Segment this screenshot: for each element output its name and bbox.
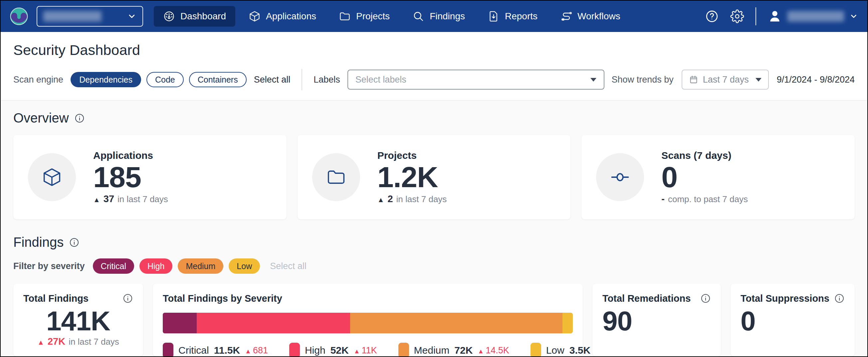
cube-icon — [41, 167, 62, 187]
applications-card: Applications 185 ▲ 37 in last 7 days — [13, 135, 286, 219]
severity-bar-segment-high — [197, 313, 350, 333]
info-icon[interactable] — [74, 113, 85, 124]
gauge-icon — [163, 10, 175, 22]
info-icon[interactable] — [834, 293, 845, 304]
trend-up-icon: ▲ — [37, 338, 44, 346]
card-head: Total Suppressions — [741, 293, 845, 304]
chevron-down-icon — [849, 12, 858, 21]
top-navbar: Dashboard Applications Projects Find — [1, 1, 867, 32]
filter-row: Scan engine Dependencies Code Containers… — [13, 69, 855, 90]
nav-item-projects[interactable]: Projects — [330, 6, 399, 27]
card-title: Total Suppressions — [741, 293, 829, 304]
card-value: 0 — [741, 307, 845, 335]
legend-delta: ▲681 — [245, 345, 268, 356]
info-icon[interactable] — [69, 237, 80, 248]
report-icon — [488, 10, 500, 22]
cube-icon — [249, 10, 260, 22]
severity-filter-row: Filter by severity Critical High Medium … — [13, 259, 855, 274]
card-delta: - comp. to past 7 days — [661, 194, 748, 205]
help-icon — [705, 9, 719, 23]
nav-item-applications[interactable]: Applications — [239, 6, 326, 27]
nav-label: Projects — [356, 11, 390, 22]
chip-high[interactable]: High — [140, 259, 173, 274]
chip-code[interactable]: Code — [147, 72, 184, 87]
labels-label: Labels — [313, 75, 340, 85]
username-redacted — [787, 11, 844, 22]
trend-up-icon: ▲ — [377, 196, 384, 204]
filter-by-severity-label: Filter by severity — [13, 261, 85, 271]
caret-down-icon — [590, 78, 596, 82]
settings-button[interactable] — [730, 9, 744, 23]
total-findings-card: Total Findings 141K ▲ 27K in last 7 days — [13, 284, 143, 356]
severity-select-all[interactable]: Select all — [270, 261, 307, 271]
chip-dependencies[interactable]: Dependencies — [70, 72, 141, 87]
severity-bar-segment-medium — [350, 313, 562, 333]
legend-swatch — [530, 343, 541, 357]
page-header: Security Dashboard Scan engine Dependenc… — [1, 32, 867, 100]
nav-item-reports[interactable]: Reports — [478, 6, 547, 27]
user-menu[interactable] — [768, 9, 858, 24]
card-delta: ▲ 2 in last 7 days — [377, 194, 447, 205]
help-button[interactable] — [705, 9, 719, 23]
nav-item-workflows[interactable]: Workflows — [551, 6, 630, 27]
overview-cards: Applications 185 ▲ 37 in last 7 days — [13, 135, 855, 219]
card-head: Total Findings by Severity — [163, 293, 573, 304]
user-icon — [768, 9, 782, 24]
date-range-dropdown[interactable]: Last 7 days — [682, 69, 769, 90]
card-value: 185 — [93, 161, 168, 193]
scan-icon — [610, 167, 630, 187]
caret-down-icon — [755, 78, 762, 82]
card-head: Total Findings — [23, 293, 133, 304]
scans-stats: Scans (7 days) 0 - comp. to past 7 days — [661, 150, 748, 205]
navbar-right — [705, 7, 858, 25]
legend-item-high: High 52K ▲11K — [289, 343, 377, 357]
card-label: Scans (7 days) — [661, 150, 748, 161]
chip-critical[interactable]: Critical — [93, 259, 134, 274]
labels-placeholder: Select labels — [355, 75, 406, 85]
trend-up-icon: ▲ — [354, 348, 360, 355]
total-findings-stats: 141K ▲ 27K in last 7 days — [23, 307, 133, 347]
chip-low[interactable]: Low — [229, 259, 260, 274]
nav-item-findings[interactable]: Findings — [403, 6, 474, 27]
org-name-redacted — [43, 11, 101, 22]
projects-icon-circle — [312, 153, 360, 201]
card-head: Total Remediations — [602, 293, 711, 304]
navbar-divider — [755, 7, 756, 25]
chip-containers[interactable]: Containers — [189, 72, 247, 87]
info-icon[interactable] — [700, 293, 711, 304]
projects-stats: Projects 1.2K ▲ 2 in last 7 days — [377, 150, 447, 205]
overview-title: Overview — [13, 111, 69, 125]
severity-bar-segment-critical — [163, 313, 197, 333]
workflow-icon — [560, 10, 572, 22]
applications-icon-circle — [28, 153, 76, 201]
search-icon — [412, 10, 424, 22]
nav-label: Applications — [266, 11, 316, 22]
card-value: 90 — [602, 307, 711, 335]
nav-label: Dashboard — [180, 11, 226, 22]
findings-title: Findings — [13, 235, 64, 250]
card-label: Projects — [377, 150, 447, 161]
show-trends-by-label: Show trends by — [612, 75, 674, 85]
security-dashboard-screen: Dashboard Applications Projects Find — [0, 0, 868, 357]
nav-label: Findings — [430, 11, 465, 22]
chip-medium[interactable]: Medium — [178, 259, 223, 274]
folder-icon — [326, 167, 346, 187]
card-title: Total Findings by Severity — [163, 293, 282, 304]
org-selector-dropdown[interactable] — [37, 6, 143, 27]
findings-section-head: Findings — [13, 235, 855, 250]
findings-cards: Total Findings 141K ▲ 27K in last 7 days… — [13, 284, 855, 356]
legend-item-medium: Medium 72K ▲14.5K — [398, 343, 509, 357]
severity-legend: Critical 11.5K ▲681 High 52K ▲11K Medium… — [163, 343, 573, 357]
scan-engine-select-all[interactable]: Select all — [254, 75, 290, 85]
date-range-value: Last 7 days — [703, 75, 749, 85]
info-icon[interactable] — [122, 293, 133, 304]
scan-engine-chips: Dependencies Code Containers — [70, 72, 247, 87]
nav-label: Reports — [505, 11, 537, 22]
page-title: Security Dashboard — [13, 42, 855, 58]
trends-controls: Show trends by Last 7 days 9/1/2024 - 9/… — [612, 69, 855, 90]
total-suppressions-card: Total Suppressions 0 — [731, 284, 855, 356]
nav-item-dashboard[interactable]: Dashboard — [154, 6, 235, 27]
legend-swatch — [398, 343, 409, 357]
projects-card: Projects 1.2K ▲ 2 in last 7 days — [298, 135, 571, 219]
labels-select[interactable]: Select labels — [347, 69, 604, 90]
